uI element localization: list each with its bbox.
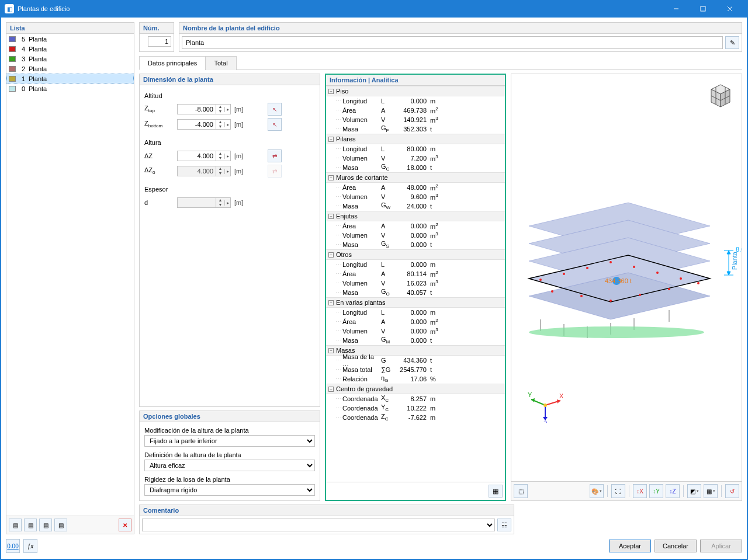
list-tool-4[interactable]: ▤ [54,519,67,531]
tab-total[interactable]: Total [205,56,236,70]
info-row: ⋯Masa total∑G2545.770t [326,365,505,374]
collapse-icon[interactable]: − [328,387,334,392]
view-tool-x[interactable]: ↕X [633,484,647,498]
info-panel: Información | Analítica −Piso⋯LongitudL0… [325,74,506,501]
minimize-button[interactable] [663,0,690,18]
list-item[interactable]: 3 Planta [6,54,134,64]
view-tool-color[interactable]: 🎨 [590,484,604,498]
info-row: ⋯CoordenadaYC10.222m [326,404,505,413]
viewcube-icon[interactable] [704,79,737,112]
svg-text:Y: Y [528,391,532,398]
collapse-icon[interactable]: − [328,348,334,353]
num-input[interactable] [148,36,171,47]
info-group-title: Otros [336,251,352,258]
info-group-header[interactable]: −Pilares [326,134,505,144]
list-item[interactable]: 1 Planta [6,74,134,84]
info-group-header[interactable]: −Centro de gravedad [326,384,505,394]
list-item-index: 3 [19,55,25,62]
floor-dimension: 8.000 m Planta [722,249,736,276]
list-delete[interactable]: ✕ [119,519,131,531]
list-tool-2[interactable]: ▤ [24,519,37,531]
list-item[interactable]: 4 Planta [6,44,134,54]
apply-button[interactable]: Aplicar [700,540,742,552]
list-item-index: 5 [19,36,25,43]
info-group-header[interactable]: −Otros [326,249,505,260]
info-row: ⋯ÁreaA0.000m2 [326,317,505,326]
view-tool-z[interactable]: ↕Z [666,484,680,498]
info-row: ⋯ÁreaA80.114m2 [326,269,505,279]
info-row: ⋯ÁreaA48.000m2 [326,183,505,192]
list-item-name: Planta [29,36,47,43]
view-tool-y[interactable]: ↕Y [649,484,663,498]
mod-select[interactable]: Fijado a la parte inferior [144,435,315,447]
info-row: ⋯MasaGO40.057t [326,288,505,297]
svg-text:Z: Z [543,420,548,423]
def-select[interactable]: Altura eficaz [144,460,315,471]
building-render: 434.360 t [517,179,722,343]
cancel-button[interactable]: Cancelar [654,540,697,552]
rig-select[interactable]: Diafragma rígido [144,484,315,496]
info-row: ⋯MasaGM0.000t [326,336,505,345]
preview-canvas[interactable]: 434.360 t 8.000 m Planta X Y [511,74,742,481]
view-tool-fit[interactable]: ⛶ [611,484,625,498]
info-group-title: En varias plantas [336,299,385,306]
info-group-header[interactable]: −Muros de cortante [326,172,505,183]
info-toggle-icon[interactable]: ▦ [489,485,503,498]
rig-label: Rigidez de la losa de la planta [144,476,315,483]
view-tool-1[interactable]: ⬚ [514,484,528,498]
comment-caption: Comentario [140,505,514,516]
collapse-icon[interactable]: − [328,89,334,94]
pick-ztop-icon[interactable]: ↖ [268,103,282,116]
function-button[interactable]: ƒx [23,539,37,553]
collapse-icon[interactable]: − [328,214,334,219]
dz0-action-icon: ⇄ [268,165,282,178]
name-input[interactable] [182,36,723,49]
dz-input[interactable]: ▲▼▸ [177,151,231,161]
collapse-icon[interactable]: − [328,175,334,180]
comment-input[interactable] [142,519,495,531]
svg-point-36 [529,326,704,338]
maximize-button[interactable] [690,0,716,18]
info-row: ⋯VolumenV140.921m3 [326,115,505,124]
info-group-header[interactable]: −Piso [326,86,505,96]
z-top-input[interactable]: ▲▼▸ [177,104,231,114]
info-row: ⋯RelaciónηG17.06% [326,374,505,384]
preview-panel: 434.360 t 8.000 m Planta X Y [511,74,742,501]
list-tool-3[interactable]: ▤ [39,519,52,531]
pick-zbottom-icon[interactable]: ↖ [268,118,282,131]
collapse-icon[interactable]: − [328,300,334,305]
list-tool-1[interactable]: ▤ [9,519,22,531]
rename-icon[interactable]: ✎ [725,36,739,49]
info-row: ⋯LongitudL0.000m [326,260,505,269]
svg-point-18 [563,273,565,275]
altitud-label: Altitud [144,90,315,102]
svg-marker-48 [531,398,535,402]
close-button[interactable] [716,0,743,18]
z-bottom-input[interactable]: ▲▼▸ [177,119,231,130]
tab-main[interactable]: Datos principales [139,56,206,70]
view-tool-render[interactable]: ▦ [704,484,718,498]
collapse-icon[interactable]: − [328,137,334,142]
dz-action-icon[interactable]: ⇄ [268,149,282,162]
view-tool-reset[interactable]: ↺ [725,484,739,498]
comment-library-icon[interactable]: ☷ [497,519,511,531]
view-tool-iso[interactable]: ◩ [687,484,701,498]
list-item-name: Planta [29,46,47,53]
list-item-name: Planta [29,55,47,62]
info-row: ⋯VolumenV0.000m3 [326,326,505,336]
info-group-header[interactable]: −En varias plantas [326,297,505,308]
list-panel: Lista 5 Planta 4 Planta 3 Planta 2 Plant… [6,22,134,534]
app-icon: ◧ [5,4,14,13]
list-item[interactable]: 5 Planta [6,34,134,44]
list-item[interactable]: 2 Planta [6,64,134,74]
list-item-index: 1 [19,75,25,82]
svg-point-24 [697,282,699,284]
ok-button[interactable]: Aceptar [609,540,651,552]
z-bottom-label: Zbottom [144,120,174,128]
floor-list[interactable]: 5 Planta 4 Planta 3 Planta 2 Planta 1 Pl… [6,34,134,516]
list-item[interactable]: 0 Planta [6,84,134,93]
units-button[interactable]: 0.00 [6,539,20,553]
svg-point-19 [586,267,588,269]
info-group-header[interactable]: −Enjutas [326,211,505,221]
collapse-icon[interactable]: − [328,252,334,258]
